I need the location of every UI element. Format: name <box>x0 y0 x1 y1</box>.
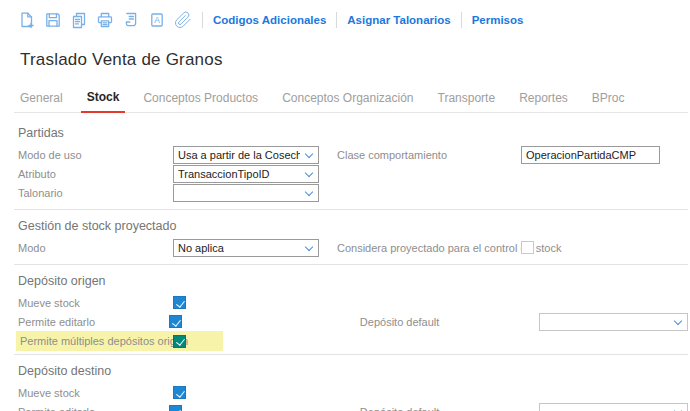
codigos-adicionales-link[interactable]: Codigos Adicionales <box>213 14 326 26</box>
clase-comportamiento-label: Clase comportamiento <box>337 149 521 161</box>
chevron-down-icon <box>305 188 313 196</box>
deposito-default-destino-select[interactable] <box>539 403 688 411</box>
section-title-deposito-origen: Depósito origen <box>14 274 688 288</box>
considera-proyectado-checkbox[interactable] <box>521 241 534 254</box>
svg-text:A: A <box>154 15 160 25</box>
permite-editarlo-label: Permite editarlo <box>18 316 169 328</box>
mueve-stock-destino-checkbox[interactable] <box>173 386 186 399</box>
tab-reportes[interactable]: Reportes <box>513 91 574 112</box>
divider <box>14 264 688 265</box>
permite-editarlo-label: Permite editarlo <box>18 406 169 411</box>
chevron-down-icon <box>674 317 682 325</box>
field-row-mueve-stock-origen: Mueve stock <box>14 293 688 312</box>
toolbar-icons: A <box>18 11 192 29</box>
toolbar-separator <box>202 12 203 28</box>
tab-general[interactable]: General <box>14 91 69 112</box>
field-row-modo: Modo No aplica Considera proyectado para… <box>14 238 688 257</box>
highlight-annotation: Permite múltiples depósitos origen <box>16 331 223 351</box>
modo-de-uso-label: Modo de uso <box>18 149 173 161</box>
permite-editarlo-destino-checkbox[interactable] <box>169 405 182 411</box>
permite-multiples-checkbox[interactable] <box>173 335 186 348</box>
field-row-atributo: Atributo TransaccionTipoID <box>14 164 688 183</box>
receipt-icon[interactable] <box>122 11 140 29</box>
copy-icon[interactable] <box>70 11 88 29</box>
atributo-label: Atributo <box>18 168 173 180</box>
section-title-gestion-stock: Gestión de stock proyectado <box>14 219 688 233</box>
atributo-select[interactable]: TransaccionTipoID <box>173 165 319 183</box>
stock-tab-panel: Partidas Modo de uso Usa a partir de la … <box>14 126 688 411</box>
divider <box>14 209 688 210</box>
field-row-modo-de-uso: Modo de uso Usa a partir de la Cosecha C… <box>14 145 688 164</box>
field-row-permite-editarlo-destino: Permite editarlo Depósito default <box>14 402 688 411</box>
field-row-talonario: Talonario <box>14 183 688 202</box>
toolbar-separator <box>461 12 462 28</box>
tab-bproc[interactable]: BProc <box>586 91 631 112</box>
document-a-icon[interactable]: A <box>148 11 166 29</box>
tab-stock[interactable]: Stock <box>81 90 126 113</box>
chevron-down-icon <box>305 243 313 251</box>
tab-conceptos-productos[interactable]: Conceptos Productos <box>137 91 264 112</box>
talonario-label: Talonario <box>18 187 173 199</box>
mueve-stock-origen-checkbox[interactable] <box>173 296 186 309</box>
considera-proyectado-label: Considera proyectado para el control de … <box>337 242 521 254</box>
attachment-icon[interactable] <box>174 11 192 29</box>
permite-editarlo-origen-checkbox[interactable] <box>169 315 182 328</box>
field-row-permite-multiples: Permite múltiples depósitos origen <box>14 331 688 351</box>
permite-multiples-label: Permite múltiples depósitos origen <box>18 335 173 347</box>
permisos-link[interactable]: Permisos <box>472 14 524 26</box>
toolbar-separator <box>336 12 337 28</box>
tab-bar: General Stock Conceptos Productos Concep… <box>14 90 688 113</box>
chevron-down-icon <box>305 150 313 158</box>
tab-transporte[interactable]: Transporte <box>432 91 502 112</box>
page-title: Traslado Venta de Granos <box>20 50 690 70</box>
tab-conceptos-organizacion[interactable]: Conceptos Organización <box>276 91 419 112</box>
deposito-default-destino-label: Depósito default <box>360 406 539 411</box>
section-title-partidas: Partidas <box>14 126 688 140</box>
mueve-stock-label: Mueve stock <box>18 297 173 309</box>
deposito-default-origen-select[interactable] <box>539 313 688 331</box>
print-icon[interactable] <box>96 11 114 29</box>
modo-select[interactable]: No aplica <box>173 239 319 257</box>
chevron-down-icon <box>305 169 313 177</box>
asignar-talonarios-link[interactable]: Asignar Talonarios <box>347 14 450 26</box>
mueve-stock-label: Mueve stock <box>18 387 173 399</box>
divider <box>14 354 688 355</box>
modo-label: Modo <box>18 242 173 254</box>
modo-de-uso-select[interactable]: Usa a partir de la Cosecha <box>173 146 319 164</box>
field-row-mueve-stock-destino: Mueve stock <box>14 383 688 402</box>
talonario-select[interactable] <box>173 184 319 202</box>
chevron-down-icon <box>674 407 682 411</box>
deposito-default-origen-label: Depósito default <box>360 316 539 328</box>
section-title-deposito-destino: Depósito destino <box>14 364 688 378</box>
save-icon[interactable] <box>44 11 62 29</box>
field-row-permite-editarlo-origen: Permite editarlo Depósito default <box>14 312 688 331</box>
clase-comportamiento-input[interactable] <box>521 146 660 164</box>
toolbar: A Codigos Adicionales Asignar Talonarios… <box>0 0 690 31</box>
new-document-icon[interactable] <box>18 11 36 29</box>
